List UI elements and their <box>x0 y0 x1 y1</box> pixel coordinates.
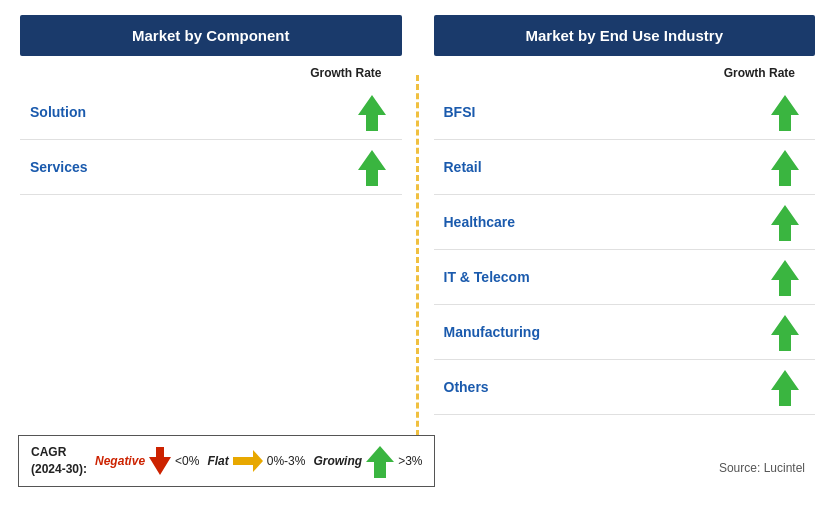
left-item-row-services: Services <box>20 140 402 195</box>
left-panel-header: Market by Component <box>20 15 402 56</box>
up-arrow-green-icon <box>358 93 386 131</box>
svg-marker-2 <box>771 95 799 131</box>
right-item-row-others: Others <box>434 360 816 415</box>
svg-marker-7 <box>771 370 799 406</box>
svg-marker-4 <box>771 205 799 241</box>
source-text: Source: Lucintel <box>719 461 805 475</box>
right-item-label-others: Others <box>444 379 489 395</box>
down-arrow-red-icon <box>149 447 171 475</box>
right-arrow-healthcare <box>755 203 815 241</box>
left-item-row-solution: Solution <box>20 85 402 140</box>
left-arrow-solution <box>342 93 402 131</box>
right-panel: Market by End Use Industry Growth Rate B… <box>424 15 826 495</box>
svg-marker-1 <box>358 150 386 186</box>
legend-flat-label: Flat <box>207 454 228 468</box>
up-arrow-green-icon-2 <box>358 148 386 186</box>
right-panel-header: Market by End Use Industry <box>434 15 816 56</box>
svg-marker-10 <box>366 446 394 478</box>
svg-marker-9 <box>233 450 263 472</box>
left-item-label-services: Services <box>30 159 88 175</box>
right-item-label-manufacturing: Manufacturing <box>444 324 540 340</box>
up-arrow-green-icon-retail <box>771 148 799 186</box>
legend-flat-range: 0%-3% <box>267 454 306 468</box>
cagr-label: CAGR(2024-30): <box>31 444 87 478</box>
right-growth-rate-label: Growth Rate <box>434 66 816 80</box>
right-item-row-healthcare: Healthcare <box>434 195 816 250</box>
svg-marker-6 <box>771 315 799 351</box>
legend-negative-value: <0% <box>175 454 199 468</box>
right-arrow-bfsi <box>755 93 815 131</box>
legend-growing-value: >3% <box>398 454 422 468</box>
svg-marker-3 <box>771 150 799 186</box>
right-item-row-bfsi: BFSI <box>434 85 816 140</box>
legend-flat-item: Flat 0%-3% <box>207 450 305 472</box>
left-arrow-services <box>342 148 402 186</box>
up-arrow-green-icon-legend <box>366 444 394 478</box>
up-arrow-green-icon-it-telecom <box>771 258 799 296</box>
svg-marker-8 <box>149 447 171 475</box>
left-panel: Market by Component Growth Rate Solution… <box>10 15 412 495</box>
right-arrow-yellow-icon <box>233 450 263 472</box>
up-arrow-green-icon-bfsi <box>771 93 799 131</box>
right-item-row-retail: Retail <box>434 140 816 195</box>
svg-marker-0 <box>358 95 386 131</box>
up-arrow-green-icon-healthcare <box>771 203 799 241</box>
up-arrow-green-icon-manufacturing <box>771 313 799 351</box>
divider <box>417 15 419 495</box>
right-arrow-retail <box>755 148 815 186</box>
legend-negative-item: Negative <0% <box>95 447 199 475</box>
right-arrow-manufacturing <box>755 313 815 351</box>
dashed-line <box>416 75 419 445</box>
right-item-row-it-telecom: IT & Telecom <box>434 250 816 305</box>
legend-growing-label: Growing <box>313 454 362 468</box>
legend-box: CAGR(2024-30): Negative <0% Flat 0%-3% G… <box>18 435 435 487</box>
right-arrow-others <box>755 368 815 406</box>
right-item-label-it-telecom: IT & Telecom <box>444 269 530 285</box>
legend-negative-label: Negative <box>95 454 145 468</box>
right-item-row-manufacturing: Manufacturing <box>434 305 816 360</box>
up-arrow-green-icon-others <box>771 368 799 406</box>
right-item-label-healthcare: Healthcare <box>444 214 516 230</box>
legend-growing-item: Growing >3% <box>313 444 422 478</box>
left-item-label-solution: Solution <box>30 104 86 120</box>
right-item-label-retail: Retail <box>444 159 482 175</box>
left-growth-rate-label: Growth Rate <box>20 66 402 80</box>
right-arrow-it-telecom <box>755 258 815 296</box>
right-item-label-bfsi: BFSI <box>444 104 476 120</box>
svg-marker-5 <box>771 260 799 296</box>
